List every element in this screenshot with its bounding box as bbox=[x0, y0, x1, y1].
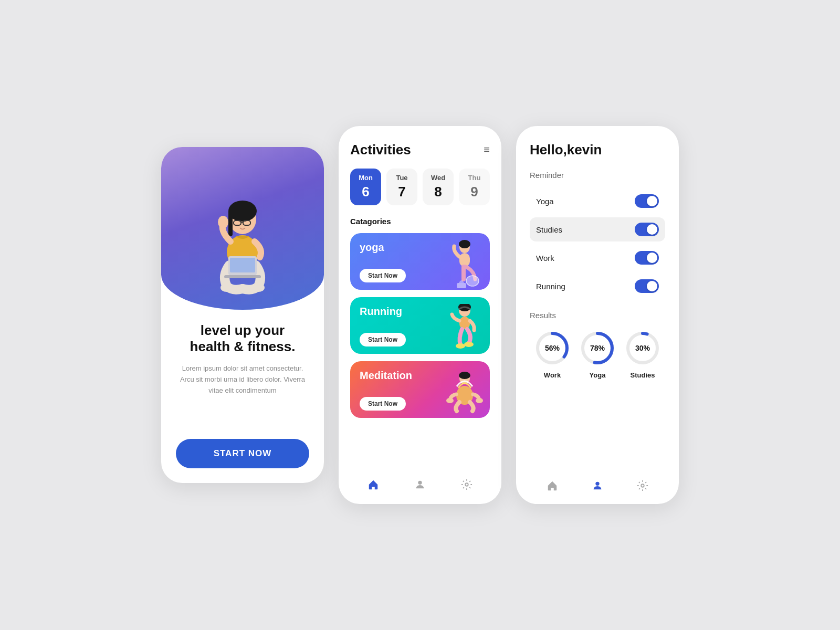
work-toggle[interactable] bbox=[635, 251, 659, 265]
studies-result: 30% Studies bbox=[624, 329, 662, 379]
svg-point-12 bbox=[252, 284, 265, 292]
hero-subtitle: Lorem ipsum dolor sit amet consectetur. … bbox=[176, 363, 309, 396]
svg-point-11 bbox=[220, 284, 233, 292]
day-thu-name: Thu bbox=[463, 174, 486, 182]
yoga-card[interactable]: yoga Start Now bbox=[350, 233, 490, 290]
person-nav-icon[interactable] bbox=[414, 479, 426, 494]
yoga-result-label: Yoga bbox=[590, 371, 606, 379]
yoga-toggle-label: Yoga bbox=[536, 197, 554, 206]
running-card[interactable]: Running Start Now bbox=[350, 297, 490, 354]
yoga-title: yoga bbox=[360, 242, 384, 254]
studies-toggle[interactable] bbox=[635, 223, 659, 236]
svg-point-1 bbox=[228, 201, 257, 222]
svg-point-26 bbox=[446, 398, 454, 403]
svg-rect-8 bbox=[230, 258, 255, 272]
running-toggle-row: Running bbox=[530, 274, 665, 298]
studies-donut: 30% bbox=[624, 329, 662, 367]
svg-point-24 bbox=[459, 372, 470, 379]
day-wed-name: Wed bbox=[427, 174, 449, 182]
studies-result-label: Studies bbox=[631, 371, 655, 379]
day-mon[interactable]: Mon 6 bbox=[350, 169, 381, 205]
home-nav-icon-s3[interactable] bbox=[547, 480, 558, 494]
screen-3: Hello,kevin Reminder Yoga Studies Work R… bbox=[516, 126, 679, 504]
hero-figure bbox=[198, 189, 287, 310]
svg-rect-9 bbox=[224, 275, 261, 278]
work-toggle-label: Work bbox=[536, 254, 554, 262]
svg-point-29 bbox=[465, 483, 468, 486]
yoga-toggle-row: Yoga bbox=[530, 189, 665, 213]
hero-background bbox=[161, 147, 324, 310]
yoga-toggle[interactable] bbox=[635, 194, 659, 208]
settings-nav-icon-s3[interactable] bbox=[637, 480, 648, 494]
meditation-card[interactable]: Meditation Start Now bbox=[350, 361, 490, 418]
svg-rect-17 bbox=[457, 283, 466, 288]
svg-point-14 bbox=[459, 240, 470, 248]
menu-icon[interactable]: ≡ bbox=[484, 144, 490, 156]
day-tue[interactable]: Tue 7 bbox=[386, 169, 417, 205]
yoga-start-btn[interactable]: Start Now bbox=[360, 269, 406, 282]
activities-title: Activities bbox=[350, 142, 411, 158]
svg-point-36 bbox=[595, 482, 599, 486]
running-start-btn[interactable]: Start Now bbox=[360, 333, 406, 346]
day-wed-num: 8 bbox=[427, 184, 449, 200]
screen-2: Activities ≡ Mon 6 Tue 7 Wed 8 Thu 9 Cat… bbox=[339, 126, 501, 504]
reminder-label: Reminder bbox=[530, 171, 665, 180]
yoga-result: 78% Yoga bbox=[579, 329, 616, 379]
yoga-donut: 78% bbox=[579, 329, 616, 367]
running-title: Running bbox=[360, 306, 402, 318]
running-toggle[interactable] bbox=[635, 279, 659, 293]
day-thu[interactable]: Thu 9 bbox=[459, 169, 490, 205]
day-wed[interactable]: Wed 8 bbox=[423, 169, 454, 205]
day-thu-num: 9 bbox=[463, 184, 486, 200]
svg-rect-15 bbox=[459, 253, 470, 267]
day-tue-num: 7 bbox=[391, 184, 413, 200]
meditation-figure bbox=[444, 368, 486, 418]
days-row: Mon 6 Tue 7 Wed 8 Thu 9 bbox=[350, 169, 490, 205]
work-pct: 56% bbox=[545, 344, 560, 352]
results-row: 56% Work 78% Yoga bbox=[530, 329, 665, 379]
screen3-bottom-nav bbox=[530, 471, 665, 504]
work-toggle-row: Work bbox=[530, 246, 665, 270]
work-result: 56% Work bbox=[533, 329, 571, 379]
work-donut: 56% bbox=[533, 329, 571, 367]
home-nav-icon[interactable] bbox=[368, 479, 379, 494]
categories-label: Catagories bbox=[350, 217, 490, 226]
running-toggle-label: Running bbox=[536, 282, 565, 291]
day-tue-name: Tue bbox=[391, 174, 413, 182]
svg-rect-2 bbox=[228, 210, 233, 236]
greeting-title: Hello,kevin bbox=[530, 142, 665, 158]
work-result-label: Work bbox=[544, 371, 561, 379]
screens-container: level up your health & fitness. Lorem ip… bbox=[161, 126, 679, 504]
screen2-bottom-nav bbox=[350, 470, 490, 504]
yoga-pct: 78% bbox=[590, 344, 605, 352]
yoga-figure bbox=[444, 240, 486, 290]
settings-nav-icon[interactable] bbox=[461, 479, 472, 494]
meditation-title: Meditation bbox=[360, 370, 412, 382]
studies-pct: 30% bbox=[635, 344, 650, 352]
day-mon-num: 6 bbox=[354, 184, 377, 200]
hero-title: level up your health & fitness. bbox=[190, 322, 296, 355]
svg-point-37 bbox=[641, 484, 644, 487]
running-figure bbox=[444, 304, 486, 354]
person-nav-icon-s3[interactable] bbox=[592, 480, 603, 494]
meditation-start-btn[interactable]: Start Now bbox=[360, 397, 406, 411]
screen-1: level up your health & fitness. Lorem ip… bbox=[161, 147, 324, 483]
day-mon-name: Mon bbox=[354, 174, 377, 182]
studies-toggle-label: Studies bbox=[536, 225, 562, 234]
svg-point-28 bbox=[418, 481, 422, 485]
activity-cards: yoga Start Now bbox=[350, 233, 490, 465]
svg-point-27 bbox=[476, 398, 483, 403]
activities-header: Activities ≡ bbox=[350, 142, 490, 158]
svg-point-21 bbox=[456, 343, 465, 349]
svg-rect-20 bbox=[459, 317, 470, 329]
studies-toggle-row: Studies bbox=[530, 217, 665, 242]
svg-point-16 bbox=[466, 276, 479, 286]
start-now-button[interactable]: START NOW bbox=[176, 439, 309, 468]
svg-point-10 bbox=[218, 216, 228, 228]
screen1-content: level up your health & fitness. Lorem ip… bbox=[161, 310, 324, 483]
svg-point-22 bbox=[464, 342, 474, 347]
results-label: Results bbox=[530, 311, 665, 320]
